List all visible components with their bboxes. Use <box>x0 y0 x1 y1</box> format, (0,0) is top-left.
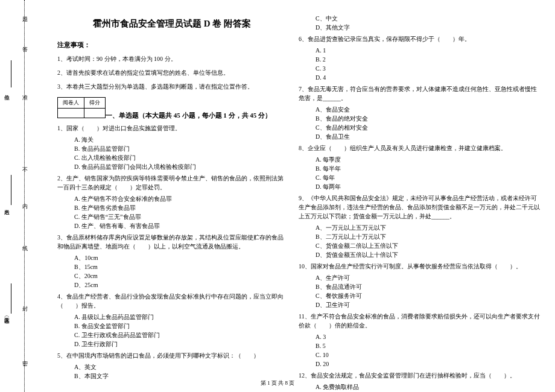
right-column: C、中文 D、其他文字 6、食品进货查验记录应当真实，保存期限不得少于（ ）年。… <box>293 0 546 392</box>
score-header-score: 得分 <box>84 98 106 109</box>
notice-item-2: 2、请首先按要求在试卷的指定位置填写您的姓名、单位等信息。 <box>57 68 287 77</box>
q3-text: 3、食品原材料储存库房内应设置足够数量的存放架，其结构及位置应能使贮存的食品和物… <box>57 233 287 251</box>
section-1-title: 一、单选题（本大题共 45 小题，每小题 1 分，共 45 分） <box>106 111 287 120</box>
q2-d: D. 生产、销售有毒、有害食品罪 <box>74 221 287 230</box>
q4-c: C. 卫生行政或食品药品监管部门 <box>74 330 287 340</box>
notice-heading: 注意事项： <box>57 40 287 49</box>
q6-c: C. 3 <box>316 64 540 73</box>
page-footer: 第 1 页 共 8 页 <box>0 379 555 387</box>
q11-d: D. 20 <box>316 359 540 368</box>
q7-c: C、食品的相对安全 <box>316 123 540 132</box>
q11-b: B. 5 <box>316 341 540 350</box>
q9-d: D、货值金额五倍以上十倍以下 <box>316 250 540 259</box>
q2-b: B. 生产销售劣质食品罪 <box>74 203 287 212</box>
q6-a: A. 1 <box>316 46 540 55</box>
score-header-reviewer: 阅卷人 <box>58 98 84 109</box>
q11-a: A. 3 <box>316 332 540 341</box>
q10-d: D、卫生许可 <box>316 300 540 309</box>
q7-b: B、食品的绝对安全 <box>316 114 540 123</box>
q10-c: C、餐饮服务许可 <box>316 291 540 300</box>
exam-title: 霍州市食品安全管理员试题 D 卷 附答案 <box>57 18 287 30</box>
notice-item-1: 1、考试时间：90 分钟，本卷满分为 100 分。 <box>57 54 287 63</box>
q11-text: 11、生产不符合食品安全标准的食品，消费者除要求赔偿损失外，还可以向生产者要求支… <box>299 312 540 330</box>
q8-b: B. 每半年 <box>316 164 540 173</box>
unit-underline <box>11 60 11 87</box>
q8-d: D. 每两年 <box>316 182 540 191</box>
q10-a: A、生产许可 <box>316 273 540 282</box>
notice-item-3: 3、本卷共三大题型分别为单选题、多选题和判断题，请在指定位置作答。 <box>57 82 287 91</box>
q1-b: B. 食品药品监管部门 <box>74 144 287 153</box>
q8-a: A. 每季度 <box>316 155 540 164</box>
q4-text: 4、食品生产经营者、食品行业协会发现食品安全标准执行中存在问题的，应当立即向（ … <box>57 292 287 310</box>
q7-d: D、食品卫生 <box>316 132 540 141</box>
q4-b: B. 食品安全监管部门 <box>74 321 287 330</box>
q5-text: 5、在中国境内市场销售的进口食品，必须使用下列哪种文字标识：（ ） <box>57 351 287 360</box>
q1-c: C. 出入境检验检疫部门 <box>74 153 287 162</box>
q6-b: B. 2 <box>316 55 540 64</box>
q10-b: B、食品流通许可 <box>316 282 540 291</box>
q10-text: 10、国家对食品生产经营实行许可制度。从事餐饮服务经营应当依法取得（ ）。 <box>299 262 540 271</box>
q3-a: A、10cm <box>74 253 287 262</box>
left-column: 霍州市食品安全管理员试题 D 卷 附答案 注意事项： 1、考试时间：90 分钟，… <box>51 0 293 392</box>
q11-c: C. 10 <box>316 350 540 359</box>
q1-text: 1、国家（ ）对进出口食品实施监督管理。 <box>57 124 287 133</box>
q9-c: C、货值金额二倍以上五倍以下 <box>316 241 540 250</box>
q5-a: A、英文 <box>74 362 287 371</box>
q2-a: A. 生产销售不符合安全标准的食品罪 <box>74 194 287 203</box>
q3-c: C、20cm <box>74 271 287 280</box>
score-cell-score <box>84 109 106 118</box>
q9-a: A、一万元以上五万元以下 <box>316 223 540 232</box>
q12-text: 12、食品安全法规定，食品安全监督管理部门在进行抽样检验时，应当（ ）。 <box>299 371 540 380</box>
q3-b: B、15cm <box>74 262 287 271</box>
q7-text: 7、食品无毒无害，符合应当有的营养要求，对人体健康不造成任何急性、亚急性或者慢性… <box>299 84 540 103</box>
page-content: 霍州市食品安全管理员试题 D 卷 附答案 注意事项： 1、考试时间：90 分钟，… <box>51 0 552 392</box>
q4-a: A. 县级以上食品药品监管部门 <box>74 312 287 321</box>
q9-text: 9、《中华人民共和国食品安全法》规定，未经许可从事食品生产经营活动，或者未经许可… <box>299 194 540 221</box>
score-cell-reviewer <box>58 109 84 118</box>
q2-text: 2、生产、销售国家为防控疾病等特殊需要明令禁止生产、销售的食品的，依照刑法第一百… <box>57 174 287 192</box>
name-underline <box>11 175 11 205</box>
binding-margin: 密 封 线 内 不 准 答 题 市（区县） 姓名 单位 <box>0 0 48 392</box>
q6-text: 6、食品进货查验记录应当真实，保存期限不得少于（ ）年。 <box>299 34 540 43</box>
score-table: 阅卷人 得分 <box>57 97 106 118</box>
q6-d: D. 4 <box>316 73 540 82</box>
q8-c: C. 每年 <box>316 173 540 182</box>
q2-c: C. 生产销售“三无”食品罪 <box>74 212 287 221</box>
q3-d: D、25cm <box>74 280 287 289</box>
city-underline <box>11 283 11 314</box>
q8-text: 8、企业应（ ）组织生产人员及有关人员进行健康检查，并建立健康档案。 <box>299 144 540 153</box>
q5-c: C、中文 <box>316 14 540 23</box>
dotted-fold-line <box>24 0 25 392</box>
q1-a: A. 海关 <box>74 135 287 144</box>
q7-a: A、食品安全 <box>316 105 540 114</box>
q9-b: B、二万元以上十万元以下 <box>316 232 540 241</box>
q4-d: D. 卫生行政部门 <box>74 340 287 349</box>
q1-d: D. 食品药品监管部门会同出入境检验检疫部门 <box>74 162 287 171</box>
q5-d: D、其他文字 <box>316 23 540 32</box>
